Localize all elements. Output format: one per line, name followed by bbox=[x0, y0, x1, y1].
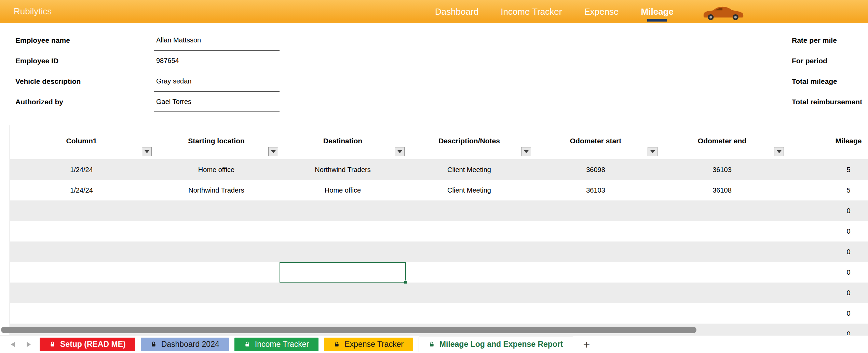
column-header-label: Mileage bbox=[835, 137, 862, 159]
lock-icon bbox=[244, 341, 250, 348]
table-cell[interactable] bbox=[659, 283, 785, 303]
table-cell[interactable] bbox=[406, 241, 532, 262]
table-cell[interactable] bbox=[10, 262, 153, 283]
sheet-tab-income-tracker[interactable]: Income Tracker bbox=[234, 338, 319, 351]
next-sheet-arrow-icon[interactable] bbox=[25, 341, 32, 348]
table-cell[interactable] bbox=[532, 262, 659, 283]
nav-item-income-tracker[interactable]: Income Tracker bbox=[501, 6, 562, 17]
summary-label-rate-per-mile: Rate per mile bbox=[792, 30, 862, 51]
column-header-description-notes: Description/Notes bbox=[406, 125, 532, 159]
table-cell[interactable] bbox=[280, 200, 406, 221]
table-cell[interactable] bbox=[659, 200, 785, 221]
field-value-vehicle-description[interactable]: Gray sedan bbox=[154, 71, 280, 92]
table-cell[interactable] bbox=[10, 221, 153, 241]
table-cell[interactable]: 0 bbox=[785, 283, 868, 303]
table-cell[interactable]: 0 bbox=[785, 200, 868, 221]
summary-labels: Rate per mileFor periodTotal mileageTota… bbox=[792, 30, 862, 112]
table-row: 0 bbox=[10, 200, 868, 221]
table-cell[interactable]: 0 bbox=[785, 303, 868, 324]
sheet-tab-mileage-log-and-expense-report[interactable]: Mileage Log and Expense Report bbox=[419, 337, 573, 352]
table-cell[interactable]: 0 bbox=[785, 262, 868, 283]
chevron-down-icon bbox=[145, 150, 149, 153]
sheet-tab-dashboard-2024[interactable]: Dashboard 2024 bbox=[141, 338, 229, 351]
table-cell[interactable] bbox=[153, 221, 280, 241]
table-cell[interactable] bbox=[280, 241, 406, 262]
horizontal-scrollbar-thumb[interactable] bbox=[1, 327, 696, 333]
column-header-destination: Destination bbox=[280, 125, 406, 159]
table-cell[interactable] bbox=[406, 283, 532, 303]
sheet-tabs: Setup (READ ME)Dashboard 2024Income Trac… bbox=[40, 337, 573, 352]
table-cell[interactable] bbox=[280, 303, 406, 324]
add-sheet-button[interactable]: + bbox=[583, 339, 590, 350]
filter-dropdown-button[interactable] bbox=[268, 147, 278, 156]
table-cell[interactable] bbox=[406, 221, 532, 241]
column-header-mileage: Mileage bbox=[785, 125, 868, 159]
table-cell[interactable]: 36108 bbox=[659, 180, 785, 200]
nav-item-dashboard[interactable]: Dashboard bbox=[435, 6, 478, 17]
table-row: 1/24/24Home officeNorthwind TradersClien… bbox=[10, 159, 868, 180]
table-cell[interactable]: Client Meeting bbox=[406, 159, 532, 180]
table-cell[interactable]: 1/24/24 bbox=[10, 159, 153, 180]
table-row: 0 bbox=[10, 241, 868, 262]
table-cell[interactable]: 36103 bbox=[532, 180, 659, 200]
field-label: Employee name bbox=[15, 30, 154, 51]
table-cell[interactable] bbox=[532, 221, 659, 241]
summary-label-total-reimbursement: Total reimbursement bbox=[792, 92, 862, 112]
field-label: Authorized by bbox=[15, 92, 154, 112]
filter-dropdown-button[interactable] bbox=[521, 147, 531, 156]
table-cell[interactable] bbox=[10, 241, 153, 262]
table-cell[interactable] bbox=[406, 262, 532, 283]
table-cell[interactable] bbox=[659, 303, 785, 324]
table-cell[interactable] bbox=[10, 303, 153, 324]
table-cell[interactable] bbox=[280, 221, 406, 241]
nav-item-mileage[interactable]: Mileage bbox=[641, 6, 674, 17]
prev-sheet-arrow-icon[interactable] bbox=[10, 341, 16, 348]
table-cell[interactable] bbox=[153, 262, 280, 283]
filter-dropdown-button[interactable] bbox=[142, 147, 152, 156]
table-cell[interactable] bbox=[659, 241, 785, 262]
table-cell[interactable] bbox=[532, 241, 659, 262]
sheet-tab-expense-tracker[interactable]: Expense Tracker bbox=[324, 338, 413, 351]
column-header-label: Starting location bbox=[188, 137, 245, 159]
nav-item-expense[interactable]: Expense bbox=[584, 6, 619, 17]
table-cell[interactable] bbox=[10, 283, 153, 303]
table-cell[interactable] bbox=[532, 283, 659, 303]
table-cell[interactable]: Home office bbox=[280, 180, 406, 200]
filter-dropdown-button[interactable] bbox=[395, 147, 405, 156]
table-cell[interactable] bbox=[406, 303, 532, 324]
fill-handle[interactable] bbox=[404, 280, 407, 284]
table-cell[interactable] bbox=[532, 303, 659, 324]
table-cell[interactable]: 1/24/24 bbox=[10, 180, 153, 200]
table-cell[interactable] bbox=[10, 200, 153, 221]
selected-cell[interactable] bbox=[280, 262, 406, 283]
chevron-down-icon bbox=[397, 150, 402, 153]
table-cell[interactable] bbox=[659, 221, 785, 241]
table-row: 0 bbox=[10, 303, 868, 324]
table-cell[interactable] bbox=[153, 241, 280, 262]
table-cell[interactable]: 0 bbox=[785, 241, 868, 262]
table-cell[interactable]: Northwind Traders bbox=[153, 180, 280, 200]
table-cell[interactable] bbox=[406, 200, 532, 221]
table-cell[interactable] bbox=[532, 200, 659, 221]
table-cell[interactable]: Home office bbox=[153, 159, 280, 180]
table-cell[interactable] bbox=[153, 303, 280, 324]
field-value-employee-id[interactable]: 987654 bbox=[154, 51, 280, 71]
field-value-authorized-by[interactable]: Gael Torres bbox=[154, 92, 280, 112]
table-cell[interactable]: 36098 bbox=[532, 159, 659, 180]
table-cell[interactable]: 36103 bbox=[659, 159, 785, 180]
filter-dropdown-button[interactable] bbox=[648, 147, 657, 156]
field-value-employee-name[interactable]: Allan Mattsson bbox=[154, 30, 280, 51]
table-cell[interactable] bbox=[659, 262, 785, 283]
sheet-tab-setup-read-me[interactable]: Setup (READ ME) bbox=[40, 338, 135, 351]
table-cell[interactable] bbox=[280, 283, 406, 303]
table-cell[interactable]: 5 bbox=[785, 180, 868, 200]
table-cell[interactable]: Northwind Traders bbox=[280, 159, 406, 180]
filter-dropdown-button[interactable] bbox=[774, 147, 784, 156]
table-cell[interactable]: Client Meeting bbox=[406, 180, 532, 200]
table-cell[interactable]: 5 bbox=[785, 159, 868, 180]
table-cell[interactable]: 0 bbox=[785, 221, 868, 241]
form-row-employee-id: Employee ID987654 bbox=[15, 51, 280, 71]
sheet-tab-label: Dashboard 2024 bbox=[161, 340, 219, 349]
table-cell[interactable] bbox=[153, 283, 280, 303]
table-cell[interactable] bbox=[153, 200, 280, 221]
